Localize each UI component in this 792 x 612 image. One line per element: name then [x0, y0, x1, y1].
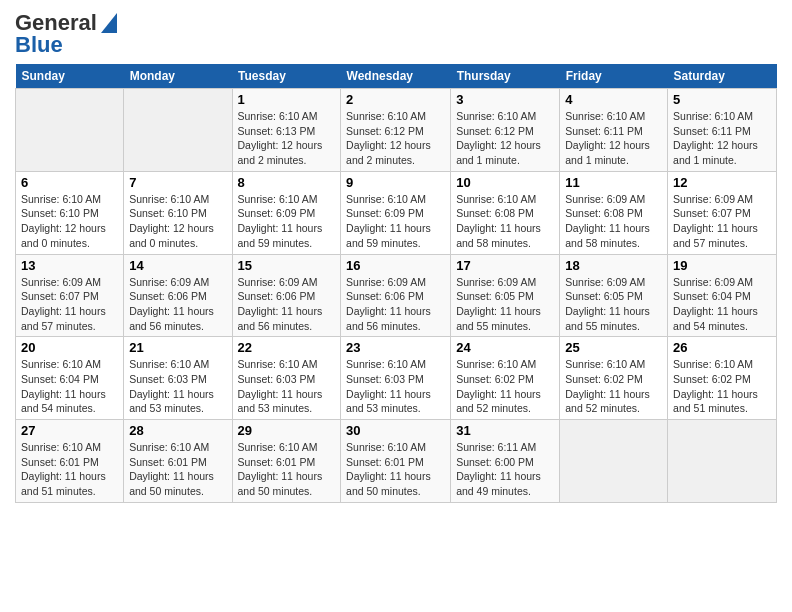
day-info: Sunrise: 6:09 AM Sunset: 6:06 PM Dayligh…: [238, 275, 336, 334]
calendar-cell: 2Sunrise: 6:10 AM Sunset: 6:12 PM Daylig…: [341, 89, 451, 172]
day-info: Sunrise: 6:10 AM Sunset: 6:02 PM Dayligh…: [456, 357, 554, 416]
week-row-1: 1Sunrise: 6:10 AM Sunset: 6:13 PM Daylig…: [16, 89, 777, 172]
day-number: 5: [673, 92, 771, 107]
calendar-cell: 29Sunrise: 6:10 AM Sunset: 6:01 PM Dayli…: [232, 420, 341, 503]
logo-triangle-icon: [101, 13, 117, 33]
calendar-cell: 18Sunrise: 6:09 AM Sunset: 6:05 PM Dayli…: [560, 254, 668, 337]
day-number: 7: [129, 175, 226, 190]
calendar-cell: 26Sunrise: 6:10 AM Sunset: 6:02 PM Dayli…: [668, 337, 777, 420]
day-info: Sunrise: 6:10 AM Sunset: 6:09 PM Dayligh…: [346, 192, 445, 251]
calendar-cell: 14Sunrise: 6:09 AM Sunset: 6:06 PM Dayli…: [124, 254, 232, 337]
calendar-cell: 22Sunrise: 6:10 AM Sunset: 6:03 PM Dayli…: [232, 337, 341, 420]
day-info: Sunrise: 6:10 AM Sunset: 6:03 PM Dayligh…: [346, 357, 445, 416]
day-number: 22: [238, 340, 336, 355]
calendar-cell: [560, 420, 668, 503]
day-number: 12: [673, 175, 771, 190]
day-number: 16: [346, 258, 445, 273]
day-number: 10: [456, 175, 554, 190]
page-header: General Blue: [15, 10, 777, 58]
day-number: 31: [456, 423, 554, 438]
day-number: 23: [346, 340, 445, 355]
day-info: Sunrise: 6:09 AM Sunset: 6:05 PM Dayligh…: [456, 275, 554, 334]
day-info: Sunrise: 6:09 AM Sunset: 6:05 PM Dayligh…: [565, 275, 662, 334]
day-info: Sunrise: 6:10 AM Sunset: 6:04 PM Dayligh…: [21, 357, 118, 416]
day-number: 9: [346, 175, 445, 190]
week-row-3: 13Sunrise: 6:09 AM Sunset: 6:07 PM Dayli…: [16, 254, 777, 337]
calendar-cell: 4Sunrise: 6:10 AM Sunset: 6:11 PM Daylig…: [560, 89, 668, 172]
day-number: 4: [565, 92, 662, 107]
calendar-cell: 8Sunrise: 6:10 AM Sunset: 6:09 PM Daylig…: [232, 171, 341, 254]
day-info: Sunrise: 6:10 AM Sunset: 6:11 PM Dayligh…: [565, 109, 662, 168]
week-row-5: 27Sunrise: 6:10 AM Sunset: 6:01 PM Dayli…: [16, 420, 777, 503]
day-number: 8: [238, 175, 336, 190]
calendar-cell: 5Sunrise: 6:10 AM Sunset: 6:11 PM Daylig…: [668, 89, 777, 172]
calendar-cell: 9Sunrise: 6:10 AM Sunset: 6:09 PM Daylig…: [341, 171, 451, 254]
day-number: 15: [238, 258, 336, 273]
weekday-sunday: Sunday: [16, 64, 124, 89]
week-row-2: 6Sunrise: 6:10 AM Sunset: 6:10 PM Daylig…: [16, 171, 777, 254]
calendar-cell: 19Sunrise: 6:09 AM Sunset: 6:04 PM Dayli…: [668, 254, 777, 337]
day-info: Sunrise: 6:10 AM Sunset: 6:01 PM Dayligh…: [21, 440, 118, 499]
day-info: Sunrise: 6:10 AM Sunset: 6:01 PM Dayligh…: [238, 440, 336, 499]
day-number: 6: [21, 175, 118, 190]
day-number: 26: [673, 340, 771, 355]
day-info: Sunrise: 6:10 AM Sunset: 6:10 PM Dayligh…: [129, 192, 226, 251]
calendar-cell: 23Sunrise: 6:10 AM Sunset: 6:03 PM Dayli…: [341, 337, 451, 420]
day-number: 11: [565, 175, 662, 190]
weekday-tuesday: Tuesday: [232, 64, 341, 89]
calendar-cell: 30Sunrise: 6:10 AM Sunset: 6:01 PM Dayli…: [341, 420, 451, 503]
weekday-thursday: Thursday: [451, 64, 560, 89]
day-info: Sunrise: 6:10 AM Sunset: 6:11 PM Dayligh…: [673, 109, 771, 168]
day-number: 25: [565, 340, 662, 355]
logo: General Blue: [15, 10, 117, 58]
day-info: Sunrise: 6:10 AM Sunset: 6:12 PM Dayligh…: [346, 109, 445, 168]
day-number: 28: [129, 423, 226, 438]
calendar-cell: 16Sunrise: 6:09 AM Sunset: 6:06 PM Dayli…: [341, 254, 451, 337]
weekday-friday: Friday: [560, 64, 668, 89]
day-info: Sunrise: 6:09 AM Sunset: 6:06 PM Dayligh…: [129, 275, 226, 334]
day-number: 27: [21, 423, 118, 438]
day-number: 17: [456, 258, 554, 273]
day-info: Sunrise: 6:11 AM Sunset: 6:00 PM Dayligh…: [456, 440, 554, 499]
calendar-cell: 6Sunrise: 6:10 AM Sunset: 6:10 PM Daylig…: [16, 171, 124, 254]
calendar-cell: 24Sunrise: 6:10 AM Sunset: 6:02 PM Dayli…: [451, 337, 560, 420]
weekday-saturday: Saturday: [668, 64, 777, 89]
calendar-cell: 13Sunrise: 6:09 AM Sunset: 6:07 PM Dayli…: [16, 254, 124, 337]
day-number: 29: [238, 423, 336, 438]
day-info: Sunrise: 6:10 AM Sunset: 6:08 PM Dayligh…: [456, 192, 554, 251]
weekday-header-row: SundayMondayTuesdayWednesdayThursdayFrid…: [16, 64, 777, 89]
day-info: Sunrise: 6:10 AM Sunset: 6:02 PM Dayligh…: [565, 357, 662, 416]
day-number: 19: [673, 258, 771, 273]
calendar-cell: 15Sunrise: 6:09 AM Sunset: 6:06 PM Dayli…: [232, 254, 341, 337]
day-info: Sunrise: 6:10 AM Sunset: 6:12 PM Dayligh…: [456, 109, 554, 168]
calendar-cell: 10Sunrise: 6:10 AM Sunset: 6:08 PM Dayli…: [451, 171, 560, 254]
day-info: Sunrise: 6:10 AM Sunset: 6:03 PM Dayligh…: [238, 357, 336, 416]
day-info: Sunrise: 6:10 AM Sunset: 6:01 PM Dayligh…: [346, 440, 445, 499]
calendar-cell: 11Sunrise: 6:09 AM Sunset: 6:08 PM Dayli…: [560, 171, 668, 254]
calendar-body: 1Sunrise: 6:10 AM Sunset: 6:13 PM Daylig…: [16, 89, 777, 503]
day-number: 2: [346, 92, 445, 107]
day-number: 13: [21, 258, 118, 273]
calendar-cell: 17Sunrise: 6:09 AM Sunset: 6:05 PM Dayli…: [451, 254, 560, 337]
day-number: 21: [129, 340, 226, 355]
day-info: Sunrise: 6:09 AM Sunset: 6:04 PM Dayligh…: [673, 275, 771, 334]
calendar-cell: 7Sunrise: 6:10 AM Sunset: 6:10 PM Daylig…: [124, 171, 232, 254]
calendar-cell: 12Sunrise: 6:09 AM Sunset: 6:07 PM Dayli…: [668, 171, 777, 254]
calendar-cell: 20Sunrise: 6:10 AM Sunset: 6:04 PM Dayli…: [16, 337, 124, 420]
day-number: 3: [456, 92, 554, 107]
calendar-header: SundayMondayTuesdayWednesdayThursdayFrid…: [16, 64, 777, 89]
week-row-4: 20Sunrise: 6:10 AM Sunset: 6:04 PM Dayli…: [16, 337, 777, 420]
calendar-cell: [124, 89, 232, 172]
weekday-monday: Monday: [124, 64, 232, 89]
svg-marker-0: [101, 13, 117, 33]
calendar-cell: 1Sunrise: 6:10 AM Sunset: 6:13 PM Daylig…: [232, 89, 341, 172]
day-info: Sunrise: 6:10 AM Sunset: 6:13 PM Dayligh…: [238, 109, 336, 168]
day-info: Sunrise: 6:10 AM Sunset: 6:02 PM Dayligh…: [673, 357, 771, 416]
day-info: Sunrise: 6:10 AM Sunset: 6:01 PM Dayligh…: [129, 440, 226, 499]
calendar-cell: 21Sunrise: 6:10 AM Sunset: 6:03 PM Dayli…: [124, 337, 232, 420]
calendar-cell: 25Sunrise: 6:10 AM Sunset: 6:02 PM Dayli…: [560, 337, 668, 420]
calendar-cell: 28Sunrise: 6:10 AM Sunset: 6:01 PM Dayli…: [124, 420, 232, 503]
day-number: 1: [238, 92, 336, 107]
calendar-cell: [16, 89, 124, 172]
day-info: Sunrise: 6:10 AM Sunset: 6:10 PM Dayligh…: [21, 192, 118, 251]
